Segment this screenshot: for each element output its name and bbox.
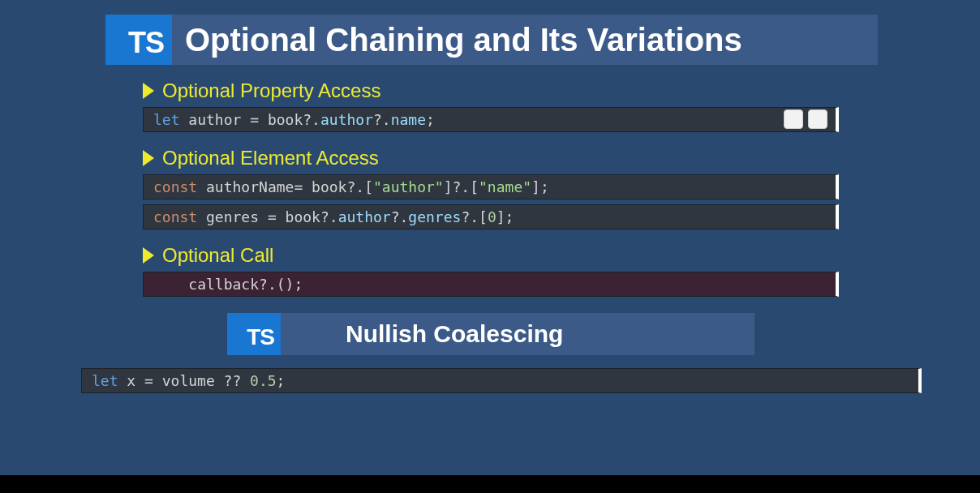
sub-header: TS Nullish Coalescing: [227, 313, 754, 355]
bottom-border: [0, 475, 980, 493]
code-token: =: [144, 372, 162, 389]
section-heading: Optional Property Access: [143, 79, 980, 102]
code-token: =: [250, 111, 268, 128]
section-heading: Optional Element Access: [143, 147, 980, 169]
code-token: ?.: [303, 111, 320, 128]
code-line: const genres = book?.author?.genres?.[0]…: [143, 204, 839, 229]
code-token: ]?.[: [444, 178, 479, 195]
code-line: const authorName= book?.["author"]?.["na…: [143, 174, 839, 199]
triangle-icon: [143, 150, 154, 166]
code-token: name: [391, 111, 426, 128]
code-line: callback?.();: [143, 272, 839, 297]
code-token: 0.5: [250, 372, 277, 389]
code-token: author: [338, 208, 391, 225]
code-token: authorName: [197, 178, 294, 195]
code-token: =: [294, 178, 312, 195]
code-token: ?.[: [346, 178, 373, 195]
code-token: ];: [496, 208, 514, 225]
code-token: callback?.();: [153, 276, 303, 293]
code-token: book: [286, 208, 320, 225]
triangle-icon: [143, 247, 154, 264]
code-token: const: [153, 208, 197, 225]
main-header: TS Optional Chaining and Its Variations: [105, 15, 878, 65]
code-token: ?.: [320, 208, 338, 225]
code-line: let x = volume ?? 0.5;: [81, 368, 922, 393]
section-heading: Optional Call: [143, 244, 980, 267]
code-line: let author = book?.author?.name;: [143, 107, 839, 132]
copy-icon[interactable]: [784, 109, 803, 129]
code-token: author: [180, 111, 251, 128]
triangle-icon: [143, 83, 154, 99]
code-token: genres: [197, 208, 268, 225]
main-title: Optional Chaining and Its Variations: [172, 24, 742, 56]
ts-logo-icon: TS: [105, 15, 172, 65]
code-toolbar: [784, 109, 827, 129]
code-token: const: [153, 178, 197, 195]
code-token: author: [320, 111, 373, 128]
code-token: "author": [373, 178, 444, 195]
code-token: genres: [408, 208, 461, 225]
code-token: book: [268, 111, 303, 128]
sub-title: Nullish Coalescing: [281, 322, 563, 346]
section-label: Optional Element Access: [162, 147, 379, 169]
code-token: ;: [277, 372, 286, 389]
code-token: ??: [224, 372, 251, 389]
code-token: =: [268, 208, 286, 225]
code-token: let: [92, 372, 118, 389]
action-icon[interactable]: [808, 109, 827, 129]
code-token: "name": [479, 178, 531, 195]
code-token: 0: [488, 208, 496, 225]
code-token: ?.: [391, 208, 409, 225]
code-token: x: [118, 372, 145, 389]
code-token: volume: [162, 372, 224, 389]
code-token: book: [312, 178, 346, 195]
code-token: ];: [531, 178, 549, 195]
ts-logo-icon: TS: [227, 313, 281, 355]
code-token: ?.: [373, 111, 391, 128]
section-label: Optional Property Access: [162, 79, 380, 102]
code-token: let: [153, 111, 180, 128]
code-token: ?.[: [461, 208, 488, 225]
code-token: ;: [426, 111, 435, 128]
section-label: Optional Call: [162, 244, 273, 267]
